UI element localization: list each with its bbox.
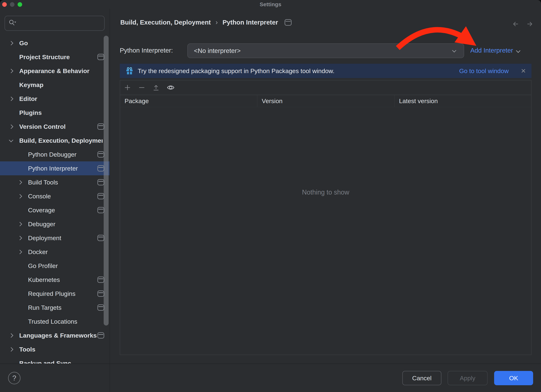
chevron-down-icon	[452, 48, 456, 52]
sidebar-item-label: Keymap	[19, 81, 103, 89]
sidebar-item-debugger[interactable]: Debugger	[0, 217, 109, 231]
sidebar-item-label: Required Plugins	[28, 290, 103, 297]
sidebar-item-appearance-behavior[interactable]: Appearance & Behavior	[0, 64, 109, 78]
breadcrumb-current: Python Interpreter	[223, 19, 278, 26]
sidebar-item-version-control[interactable]: Version Control	[0, 120, 109, 134]
sidebar-item-label: Languages & Frameworks	[19, 332, 103, 339]
cancel-button[interactable]: Cancel	[402, 371, 441, 385]
show-early-releases-icon[interactable]	[167, 84, 175, 91]
forward-arrow-icon[interactable]	[526, 20, 534, 28]
project-scope-icon	[97, 304, 104, 311]
search-input[interactable]	[17, 20, 104, 27]
banner-close-icon[interactable]: ✕	[521, 67, 526, 74]
sidebar-item-label: Coverage	[28, 207, 103, 214]
sidebar-divider	[109, 9, 110, 392]
sidebar-item-label: Tools	[19, 346, 103, 353]
sidebar-item-coverage[interactable]: Coverage	[0, 203, 109, 217]
sidebar-item-keymap[interactable]: Keymap	[0, 78, 109, 92]
packages-promo-banner: Try the redesigned packaging support in …	[120, 64, 531, 78]
sidebar-item-python-interpreter[interactable]: Python Interpreter	[0, 161, 109, 175]
project-scope-icon	[97, 332, 104, 339]
project-scope-icon	[97, 165, 104, 172]
project-scope-icon	[97, 207, 104, 213]
sidebar-item-go-profiler[interactable]: Go Profiler	[0, 259, 109, 273]
add-interpreter-label: Add Interpreter	[470, 47, 513, 54]
sidebar-scrollbar-thumb[interactable]	[104, 36, 109, 325]
settings-window: Settings Go Project Structure Appearance…	[0, 0, 541, 392]
sidebar-item-required-plugins[interactable]: Required Plugins	[0, 287, 109, 301]
sidebar-item-tools[interactable]: Tools	[0, 342, 109, 356]
sidebar-item-label: Go	[19, 40, 103, 47]
sidebar-item-label: Build, Execution, Deployment	[19, 137, 103, 144]
title-bar: Settings	[0, 0, 541, 9]
sidebar-item-backup-and-sync[interactable]: Backup and Sync	[0, 356, 109, 364]
add-package-icon[interactable]	[124, 84, 131, 91]
question-mark-icon: ?	[12, 374, 16, 382]
sidebar-item-label: Backup and Sync	[19, 360, 103, 364]
sidebar-item-label: Run Targets	[28, 304, 103, 311]
sidebar-item-label: Trusted Locations	[28, 318, 103, 325]
apply-button[interactable]: Apply	[447, 371, 488, 385]
breadcrumb-parent[interactable]: Build, Execution, Deployment	[120, 19, 211, 26]
column-header-package[interactable]: Package	[120, 95, 257, 107]
sidebar-item-label: Deployment	[28, 235, 103, 242]
sidebar-item-label: Build Tools	[28, 179, 103, 186]
project-scope-icon	[97, 54, 104, 60]
sidebar-item-label: Go Profiler	[28, 262, 103, 269]
interpreter-selected-value: <No interpreter>	[194, 47, 241, 54]
interpreter-label: Python Interpreter:	[120, 47, 173, 54]
settings-search-field[interactable]	[5, 16, 104, 31]
sidebar-item-label: Python Debugger	[28, 151, 103, 158]
sidebar-item-label: Project Structure	[19, 53, 103, 61]
interpreter-select[interactable]: <No interpreter>	[187, 43, 464, 58]
go-to-tool-window-link[interactable]: Go to tool window	[459, 68, 509, 74]
chevron-down-icon	[516, 48, 520, 53]
breadcrumb-separator-icon: ›	[216, 19, 218, 26]
sidebar-item-label: Editor	[19, 95, 103, 102]
footer-divider	[0, 364, 541, 364]
project-scope-icon	[97, 291, 104, 297]
add-interpreter-button[interactable]: Add Interpreter	[470, 47, 520, 54]
help-button[interactable]: ?	[8, 372, 21, 384]
sidebar-item-go[interactable]: Go	[0, 36, 109, 50]
banner-message: Try the redesigned packaging support in …	[138, 68, 459, 74]
sidebar-item-label: Console	[28, 193, 103, 200]
sidebar-item-editor[interactable]: Editor	[0, 92, 109, 106]
packages-table-header: PackageVersionLatest version	[120, 95, 531, 107]
gift-icon	[126, 67, 133, 75]
sidebar-item-deployment[interactable]: Deployment	[0, 231, 109, 245]
sidebar-item-kubernetes[interactable]: Kubernetes	[0, 273, 109, 287]
search-icon	[8, 19, 17, 27]
sidebar-item-console[interactable]: Console	[0, 189, 109, 203]
sidebar-item-label: Kubernetes	[28, 276, 103, 283]
remove-package-icon[interactable]	[138, 84, 146, 91]
settings-tree: Go Project Structure Appearance & Behavi…	[0, 36, 109, 364]
project-scope-icon	[97, 193, 104, 199]
column-header-version[interactable]: Version	[257, 95, 395, 107]
ok-button[interactable]: OK	[494, 371, 533, 385]
sidebar-item-build-tools[interactable]: Build Tools	[0, 175, 109, 189]
project-scope-icon	[97, 235, 104, 241]
sidebar-item-build-execution-deployment[interactable]: Build, Execution, Deployment	[0, 134, 109, 147]
breadcrumb: Build, Execution, Deployment › Python In…	[120, 19, 291, 26]
project-scope-icon	[97, 123, 104, 130]
sidebar-item-docker[interactable]: Docker	[0, 245, 109, 259]
sidebar-item-python-debugger[interactable]: Python Debugger	[0, 147, 109, 161]
packages-panel: PackageVersionLatest version Nothing to …	[120, 80, 531, 355]
sidebar-item-label: Docker	[28, 248, 103, 256]
project-scope-icon	[97, 277, 104, 283]
sidebar-item-plugins[interactable]: Plugins	[0, 106, 109, 120]
sidebar-item-languages-frameworks[interactable]: Languages & Frameworks	[0, 329, 109, 342]
sidebar-item-project-structure[interactable]: Project Structure	[0, 50, 109, 64]
packages-toolbar	[120, 80, 531, 95]
empty-table-message: Nothing to show	[120, 188, 531, 196]
column-header-latest-version[interactable]: Latest version	[395, 95, 531, 107]
sidebar-item-trusted-locations[interactable]: Trusted Locations	[0, 314, 109, 329]
project-scope-icon	[97, 179, 104, 185]
project-settings-icon	[285, 19, 291, 26]
back-arrow-icon[interactable]	[511, 20, 520, 28]
sidebar-item-label: Appearance & Behavior	[19, 68, 103, 74]
sidebar-item-run-targets[interactable]: Run Targets	[0, 301, 109, 314]
upgrade-package-icon[interactable]	[152, 84, 160, 91]
sidebar-item-label: Debugger	[28, 220, 103, 228]
